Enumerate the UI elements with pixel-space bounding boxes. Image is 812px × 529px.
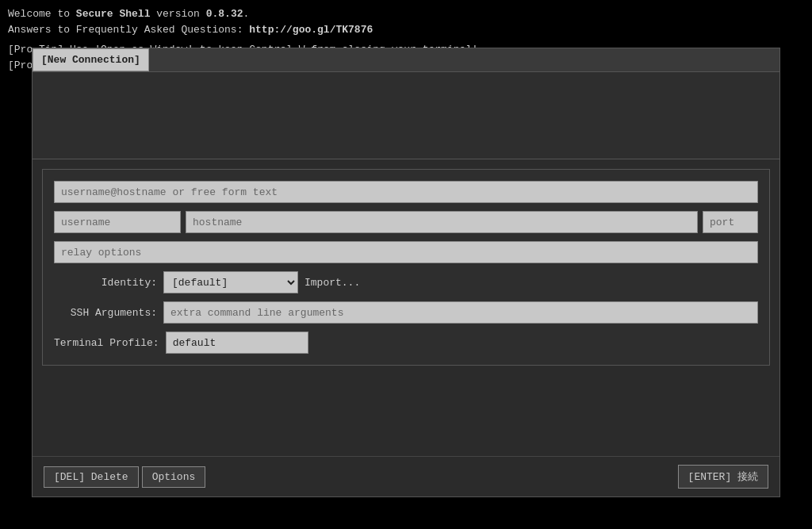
delete-button[interactable]: [DEL] Delete <box>44 466 139 488</box>
ssh-args-input[interactable] <box>163 301 758 324</box>
ssh-args-label: SSH Arguments: <box>54 307 157 319</box>
connection-details-row <box>54 211 758 233</box>
options-button[interactable]: Options <box>142 466 206 488</box>
import-link[interactable]: Import... <box>304 277 360 289</box>
right-buttons: [ENTER] 接続 <box>678 465 768 489</box>
connection-list-area <box>33 72 779 159</box>
terminal-profile-label: Terminal Profile: <box>54 337 159 349</box>
relay-row <box>54 241 758 263</box>
connect-button[interactable]: [ENTER] 接続 <box>678 465 768 489</box>
button-bar: [DEL] Delete Options [ENTER] 接続 <box>33 456 779 496</box>
terminal-line2: Answers to Frequently Asked Questions: h… <box>8 22 804 38</box>
terminal-profile-row: Terminal Profile: <box>54 332 758 354</box>
connection-form: Identity: [default] Import... SSH Argume… <box>42 169 770 366</box>
freeform-row <box>54 181 758 203</box>
freeform-input[interactable] <box>54 181 758 203</box>
identity-row: Identity: [default] Import... <box>54 271 758 293</box>
new-connection-tab[interactable]: [New Connection] <box>33 48 149 71</box>
terminal-profile-input[interactable] <box>166 332 308 354</box>
main-dialog: [New Connection] Identity: [default] Imp… <box>32 48 780 497</box>
username-input[interactable] <box>54 211 181 233</box>
hostname-input[interactable] <box>186 211 698 233</box>
terminal-line1: Welcome to Secure Shell version 0.8.32. <box>8 6 804 22</box>
tab-bar: [New Connection] <box>33 48 779 72</box>
ssh-args-row: SSH Arguments: <box>54 301 758 324</box>
left-buttons: [DEL] Delete Options <box>44 466 205 488</box>
relay-input[interactable] <box>54 241 758 263</box>
identity-label: Identity: <box>54 277 157 289</box>
port-input[interactable] <box>703 211 758 233</box>
identity-select[interactable]: [default] <box>163 271 298 293</box>
